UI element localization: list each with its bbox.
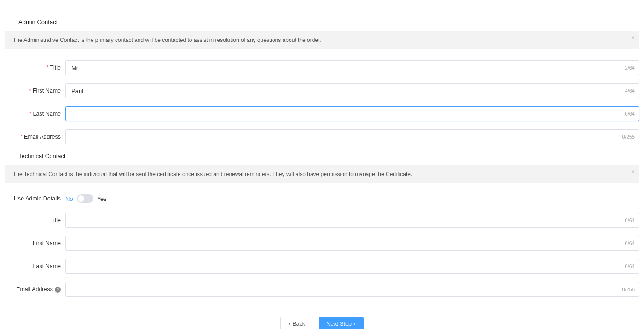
tech-email-input[interactable] [65,282,639,297]
tech-title-label: Title [5,217,65,223]
close-icon[interactable]: × [631,169,635,175]
technical-info-text: The Technical Contact is the individual … [13,171,412,177]
admin-firstname-input[interactable] [65,83,639,98]
tech-title-row: Title 0/64 [5,213,639,228]
admin-info-text: The Administrative Contact is the primar… [13,37,321,43]
tech-firstname-label: First Name [5,240,65,247]
use-admin-details-toggle[interactable] [77,194,93,203]
footer-buttons: ‹ Back Next Step › [5,317,639,329]
technical-section-title: Technical Contact [18,153,66,159]
toggle-no-label: No [65,195,73,202]
tech-firstname-input[interactable] [65,236,639,251]
admin-firstname-row: *First Name 4/64 [5,83,639,98]
technical-info-banner: The Technical Contact is the individual … [5,165,639,183]
tech-title-input[interactable] [65,213,639,228]
next-step-button[interactable]: Next Step › [319,317,364,329]
admin-info-banner: The Administrative Contact is the primar… [5,31,639,49]
admin-lastname-input[interactable] [65,106,639,121]
admin-title-label: *Title [5,65,65,71]
admin-lastname-label: *Last Name [5,111,65,117]
technical-section-header: Technical Contact [5,153,639,159]
tech-lastname-label: Last Name [5,263,65,270]
back-button-label: Back [292,321,305,327]
tech-firstname-row: First Name 0/64 [5,236,639,251]
chevron-left-icon: ‹ [288,321,290,327]
admin-title-input[interactable] [65,60,639,75]
close-icon[interactable]: × [631,35,635,41]
tech-email-row: Email Address? 0/255 [5,282,639,297]
tech-lastname-input[interactable] [65,259,639,274]
admin-section-header: Admin Contact [5,18,639,25]
next-step-button-label: Next Step [326,321,352,327]
back-button[interactable]: ‹ Back [280,317,313,329]
tech-lastname-row: Last Name 0/64 [5,259,639,274]
chevron-right-icon: › [354,321,356,327]
toggle-yes-label: Yes [97,195,107,202]
tech-email-label: Email Address? [5,286,65,293]
admin-email-label: *Email Address [5,134,65,140]
use-admin-details-row: Use Admin Details No Yes [5,194,639,203]
admin-email-input[interactable] [65,129,639,144]
use-admin-details-label: Use Admin Details [5,195,65,202]
admin-lastname-row: *Last Name 0/64 [5,106,639,121]
admin-email-row: *Email Address 0/255 [5,129,639,144]
help-icon[interactable]: ? [55,287,61,293]
admin-section-title: Admin Contact [18,18,58,25]
admin-firstname-label: *First Name [5,88,65,94]
admin-title-row: *Title 2/64 [5,60,639,75]
